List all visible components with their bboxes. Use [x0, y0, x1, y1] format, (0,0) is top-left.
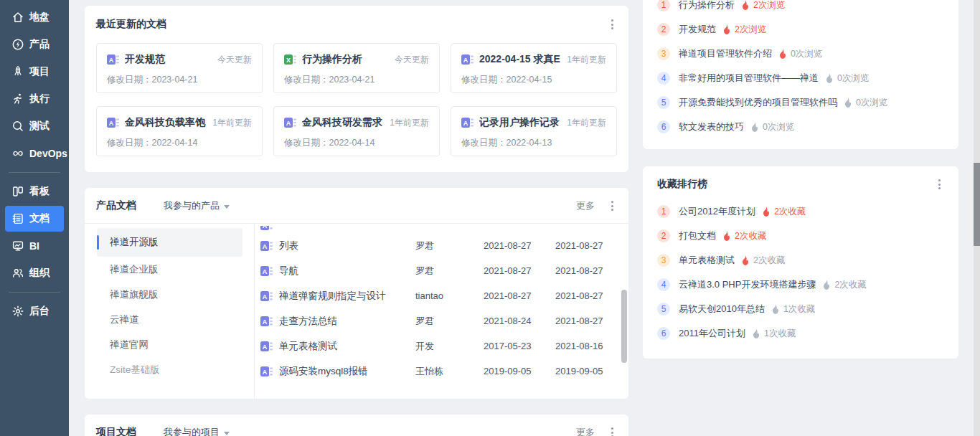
ranking-item[interactable]: 5 易软天创2010年总结 1次收藏: [657, 297, 944, 321]
product-list-item[interactable]: 禅道旗舰版: [97, 282, 242, 307]
sidebar-item-doc[interactable]: 文档: [5, 206, 64, 232]
doc-a-icon: A: [107, 117, 119, 128]
recent-docs-title: 最近更新的文档: [96, 18, 166, 31]
ranking-item[interactable]: 2 打包文档 2次收藏: [657, 224, 944, 248]
recent-doc-tile[interactable]: A 开发规范 今天更新 修改日期：2023-04-21: [96, 43, 263, 93]
table-row-clipped[interactable]: A: [260, 224, 618, 233]
doc-table-row[interactable]: A 源码安装mysql8报错 王怡栋 2019-09-05 2019-09-05: [260, 359, 618, 384]
doc-modified-date: 修改日期：2022-04-14: [284, 137, 429, 149]
sidebar-item-project[interactable]: 项目: [5, 59, 64, 85]
sidebar-item-label: 项目: [29, 65, 50, 78]
svg-text:A: A: [463, 120, 468, 127]
rank-badge: 1: [657, 0, 670, 11]
project-docs-header: 项目文档 我参与的项目 更多: [85, 414, 628, 436]
svg-text:X: X: [286, 57, 291, 64]
product-list-item[interactable]: 禅道企业版: [97, 257, 242, 282]
app: { "colors": { "sidebar_bg": "#3d5266", "…: [0, 0, 980, 436]
product-more-link[interactable]: 更多: [576, 199, 595, 212]
rank-badge: 5: [657, 96, 670, 109]
ranking-item[interactable]: 6 软文发表的技巧 0次浏览: [657, 115, 944, 139]
doc-title: 走查方法总结: [279, 315, 337, 328]
project-more-link[interactable]: 更多: [576, 426, 595, 436]
sidebar-item-kanban[interactable]: 看板: [5, 179, 64, 204]
chevron-down-icon: [224, 432, 230, 435]
ranking-item[interactable]: 2 开发规范 2次浏览: [657, 17, 944, 42]
bi-icon: [11, 240, 24, 252]
kebab-menu-icon[interactable]: [608, 199, 617, 213]
favorite-count: 2次收藏: [753, 255, 785, 267]
doc-table-row[interactable]: A 导航 罗君 2021-08-27 2021-08-27: [260, 258, 618, 283]
sidebar-item-test[interactable]: 测试: [5, 113, 64, 139]
kebab-menu-icon[interactable]: [608, 17, 617, 32]
doc-modified-date: 修改日期：2022-04-13: [461, 137, 606, 149]
doc-title: 2022-04-15 求真E: [479, 53, 561, 66]
ranking-item[interactable]: 3 单元表格测试 2次收藏: [657, 248, 944, 272]
kebab-menu-icon[interactable]: [608, 425, 617, 436]
ranking-item[interactable]: 1 行为操作分析 2次浏览: [657, 0, 944, 17]
doc-table-row[interactable]: A 列表 罗君 2021-08-27 2021-08-27: [260, 233, 618, 258]
product-name: 禅道官网: [110, 338, 149, 351]
favorite-count: 1次收藏: [764, 328, 796, 340]
project-filter-dropdown[interactable]: 我参与的项目: [164, 426, 230, 436]
view-count: 0次浏览: [763, 121, 794, 133]
ranking-doc-title: 开发规范: [679, 23, 716, 36]
sidebar-item-admin[interactable]: 后台: [5, 298, 64, 324]
ranking-item[interactable]: 1 公司2012年度计划 2次收藏: [657, 199, 944, 224]
recent-doc-tile[interactable]: A 金风科技研发需求 1年前更新 修改日期：2022-04-14: [273, 106, 440, 156]
sidebar-item-home[interactable]: 地盘: [5, 4, 64, 30]
doc-table-row[interactable]: A 单元表格测试 开发 2017-05-23 2021-08-16: [260, 333, 618, 359]
sidebar-item-product[interactable]: 产品: [5, 32, 64, 57]
recent-doc-tile[interactable]: A 2022-04-15 求真E 1年前更新 修改日期：2022-04-15: [451, 43, 617, 93]
view-count: 0次浏览: [837, 72, 869, 85]
admin-icon: [11, 305, 24, 318]
doc-author: 罗君: [415, 240, 484, 252]
recent-docs-grid: A 开发规范 今天更新 修改日期：2023-04-21 X 行为操作分析 今天更…: [96, 43, 617, 156]
recent-docs-header: 最近更新的文档: [96, 17, 617, 32]
ranking-item[interactable]: 4 云禅道3.0 PHP开发环境搭建步骤 2次收藏: [657, 272, 944, 297]
ranking-doc-title: 云禅道3.0 PHP开发环境搭建步骤: [679, 278, 816, 291]
doc-a-icon: A: [461, 54, 473, 65]
product-list-item[interactable]: 禅道官网: [97, 332, 242, 357]
kebab-menu-icon[interactable]: [935, 177, 944, 191]
sidebar-item-execution[interactable]: 执行: [5, 86, 64, 112]
doc-title: 禅道弹窗规则指定与设计: [279, 290, 386, 303]
doc-modified-date: 修改日期：2022-04-14: [107, 137, 252, 149]
sidebar-item-devops[interactable]: DevOps: [5, 141, 64, 166]
doc-a-icon: A: [260, 226, 273, 231]
ranking-item[interactable]: 6 2011年公司计划 1次收藏: [657, 321, 944, 346]
ranking-doc-title: 软文发表的技巧: [679, 120, 744, 133]
product-list-item[interactable]: 云禅道: [97, 307, 242, 332]
doc-title: 金风科技研发需求: [302, 116, 384, 129]
ranking-item[interactable]: 4 非常好用的项目管理软件——禅道 0次浏览: [657, 66, 944, 90]
recent-doc-tile[interactable]: X 行为操作分析 今天更新 修改日期：2023-04-21: [273, 43, 440, 93]
recent-doc-tile[interactable]: A 金风科技负载率饱 1年前更新 修改日期：2022-04-14: [96, 106, 263, 156]
product-list-item[interactable]: Zsite基础版: [97, 357, 242, 382]
content: 最近更新的文档 A 开发规范 今天更新 修改日期：2023-04-21: [69, 0, 980, 436]
doc-table-row[interactable]: A 走查方法总结 罗君 2021-08-24 2021-08-27: [260, 308, 618, 333]
doc-created-date: 2021-08-24: [484, 316, 555, 326]
flame-icon: [750, 122, 759, 132]
svg-text:A: A: [263, 267, 268, 275]
doc-created-date: 2021-08-27: [484, 240, 555, 251]
sidebar-item-label: 产品: [29, 38, 50, 51]
favorite-count: 2次收藏: [774, 206, 806, 218]
page-scrollbar-thumb[interactable]: [974, 163, 980, 246]
table-scrollbar-thumb[interactable]: [621, 290, 627, 363]
recent-doc-tile[interactable]: A 记录用户操作记录 1年前更新 修改日期：2022-04-13: [451, 106, 617, 156]
svg-text:A: A: [263, 318, 268, 325]
doc-title: 列表: [279, 240, 298, 252]
doc-author: tiantao: [415, 290, 484, 301]
sidebar-item-label: BI: [29, 240, 39, 252]
product-list-item[interactable]: 禅道开源版: [97, 228, 242, 257]
doc-table-row[interactable]: A 禅道弹窗规则指定与设计 tiantao 2021-08-27 2021-08…: [260, 283, 618, 308]
ranking-item[interactable]: 5 开源免费能找到优秀的项目管理软件吗 0次浏览: [657, 90, 944, 115]
kanban-icon: [11, 185, 24, 198]
sidebar-item-bi[interactable]: BI: [5, 233, 64, 259]
sidebar-group-admin: 后台: [0, 298, 69, 324]
flame-icon: [822, 280, 831, 290]
ranking-item[interactable]: 3 禅道项目管理软件介绍 0次浏览: [657, 42, 944, 66]
doc-author: 罗君: [415, 265, 484, 278]
sidebar-item-org[interactable]: 组织: [5, 260, 64, 286]
update-badge: 今天更新: [395, 54, 429, 66]
product-filter-dropdown[interactable]: 我参与的产品: [164, 199, 230, 212]
